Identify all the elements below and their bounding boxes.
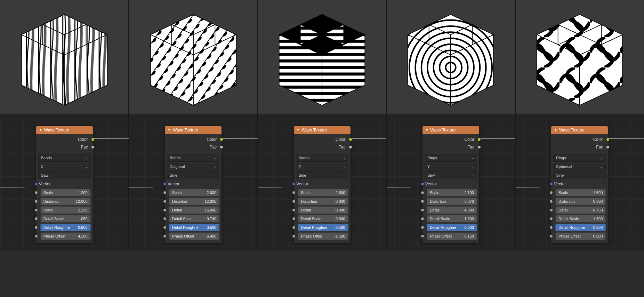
phase_offset-field[interactable]: Phase Offset 6.400 [169,232,219,240]
socket-vector[interactable] [292,182,296,186]
scale-field[interactable]: Scale 1.200 [40,189,91,196]
socket-scale[interactable] [163,191,167,194]
wave-direction-dropdown[interactable]: Z ⌄ [296,163,348,170]
socket-detail_scale[interactable] [292,217,296,220]
input-vector[interactable]: Vector [553,180,606,188]
wave-direction-dropdown[interactable]: Y ⌄ [425,163,477,170]
output-fac[interactable]: Fac [167,143,219,151]
phase_offset-field[interactable]: Phase Offset 0.150 [427,232,477,240]
detail-field[interactable]: Detail 16.000 [169,206,219,214]
detail-field[interactable]: Detail 4.000 [427,206,477,214]
input-vector[interactable]: Vector [167,180,219,188]
socket-scale[interactable] [292,191,296,194]
output-fac[interactable]: Fac [38,143,91,151]
wave-type-dropdown[interactable]: Bands ⌄ [167,154,219,162]
socket-detail[interactable] [163,208,167,212]
socket-detail_scale[interactable] [549,217,553,220]
distortion-field[interactable]: Distortion 0.000 [298,198,348,205]
node-editor-panel-1[interactable]: ▼ Wave Texture Color Fac Bands ⌄ [129,115,257,250]
preview-panel-4[interactable] [515,0,644,115]
wave-profile-dropdown[interactable]: Sine ⌄ [296,171,348,179]
socket-fac[interactable] [477,145,481,149]
socket-phase_offset[interactable] [421,234,424,238]
detail_roughness-field[interactable]: Detail Roughne 0.500 [555,224,606,231]
wave-type-dropdown[interactable]: Rings ⌄ [425,154,477,162]
preview-panel-0[interactable] [0,0,129,115]
detail_scale-field[interactable]: Detail Scale 0.740 [169,215,219,223]
detail_scale-field[interactable]: Detail Scale 1.050 [40,215,91,223]
wave-direction-dropdown[interactable]: Spherical ⌄ [553,163,606,170]
socket-phase_offset[interactable] [34,234,38,238]
wave-profile-dropdown[interactable]: Saw ⌄ [425,171,477,179]
collapse-icon[interactable]: ▼ [425,128,428,132]
wave-direction-dropdown[interactable]: X ⌄ [38,163,91,170]
output-fac[interactable]: Fac [425,143,477,151]
socket-detail_scale[interactable] [421,217,424,220]
socket-detail[interactable] [34,208,38,212]
socket-scale[interactable] [34,191,38,194]
collapse-icon[interactable]: ▼ [39,128,42,132]
socket-distortion[interactable] [163,200,167,203]
detail-field[interactable]: Detail 0.000 [298,206,348,214]
wave-type-dropdown[interactable]: Rings ⌄ [553,154,606,162]
socket-detail_roughness[interactable] [292,226,296,229]
socket-detail_roughness[interactable] [549,226,553,229]
socket-detail_roughness[interactable] [421,226,424,229]
wave-texture-node[interactable]: ▼ Wave Texture Color Fac Rings ⌄ [551,126,608,243]
output-fac[interactable]: Fac [296,143,348,151]
node-editor-panel-0[interactable]: ▼ Wave Texture Color Fac Bands ⌄ [0,115,129,250]
node-header[interactable]: ▼ Wave Texture [551,126,608,134]
socket-detail_roughness[interactable] [34,226,38,229]
collapse-icon[interactable]: ▼ [168,128,171,132]
detail-field[interactable]: Detail 2.150 [40,206,91,214]
wave-profile-dropdown[interactable]: Sine ⌄ [553,171,606,179]
output-fac[interactable]: Fac [553,143,606,151]
socket-color[interactable] [91,138,95,141]
collapse-icon[interactable]: ▼ [297,128,300,132]
wave-texture-node[interactable]: ▼ Wave Texture Color Fac Bands ⌄ [36,126,93,243]
wave-type-dropdown[interactable]: Bands ⌄ [38,154,91,162]
preview-panel-2[interactable] [258,0,386,115]
socket-distortion[interactable] [34,200,38,203]
socket-color[interactable] [220,138,223,141]
input-vector[interactable]: Vector [296,180,348,188]
socket-detail_roughness[interactable] [163,226,167,229]
socket-distortion[interactable] [421,200,424,203]
detail_roughness-field[interactable]: Detail Roughne 0.500 [298,224,348,231]
socket-vector[interactable] [163,182,167,186]
distortion-field[interactable]: Distortion -3.070 [427,198,477,205]
wave-type-dropdown[interactable]: Bands ⌄ [296,154,348,162]
output-color[interactable]: Color [167,136,219,143]
wave-texture-node[interactable]: ▼ Wave Texture Color Fac Bands ⌄ [164,126,222,243]
socket-color[interactable] [477,138,481,141]
socket-fac[interactable] [349,145,352,149]
socket-detail_scale[interactable] [34,217,38,220]
preview-panel-3[interactable] [386,0,515,115]
phase_offset-field[interactable]: Phase Offset 0.000 [555,232,606,240]
output-color[interactable]: Color [38,136,91,143]
socket-detail_scale[interactable] [163,217,167,220]
wave-texture-node[interactable]: ▼ Wave Texture Color Fac Rings ⌄ [422,126,480,243]
scale-field[interactable]: Scale 2.100 [427,189,477,196]
wave-profile-dropdown[interactable]: Saw ⌄ [38,171,91,179]
phase_offset-field[interactable]: Phase Offset 4.100 [40,232,91,240]
phase_offset-field[interactable]: Phase Offse -1.500 [298,232,348,240]
socket-color[interactable] [606,138,610,141]
socket-scale[interactable] [549,191,553,194]
node-header[interactable]: ▼ Wave Texture [422,126,479,134]
node-editor-panel-3[interactable]: ▼ Wave Texture Color Fac Rings ⌄ [386,115,515,250]
output-color[interactable]: Color [296,136,348,143]
detail-field[interactable]: Detail 0.750 [555,206,606,214]
detail_roughness-field[interactable]: Detail Roughne 0.500 [40,224,91,231]
socket-detail[interactable] [421,208,424,212]
wave-profile-dropdown[interactable]: Sine ⌄ [167,171,219,179]
socket-phase_offset[interactable] [549,234,553,238]
socket-vector[interactable] [421,182,424,186]
scale-field[interactable]: Scale 2.800 [298,189,348,196]
distortion-field[interactable]: Distortion 12.000 [40,198,91,205]
distortion-field[interactable]: Distortion 12.000 [169,198,219,205]
node-header[interactable]: ▼ Wave Texture [36,126,93,134]
socket-color[interactable] [349,138,352,141]
scale-field[interactable]: Scale 2.000 [169,189,219,196]
node-editor-panel-2[interactable]: ▼ Wave Texture Color Fac Bands ⌄ [258,115,386,250]
